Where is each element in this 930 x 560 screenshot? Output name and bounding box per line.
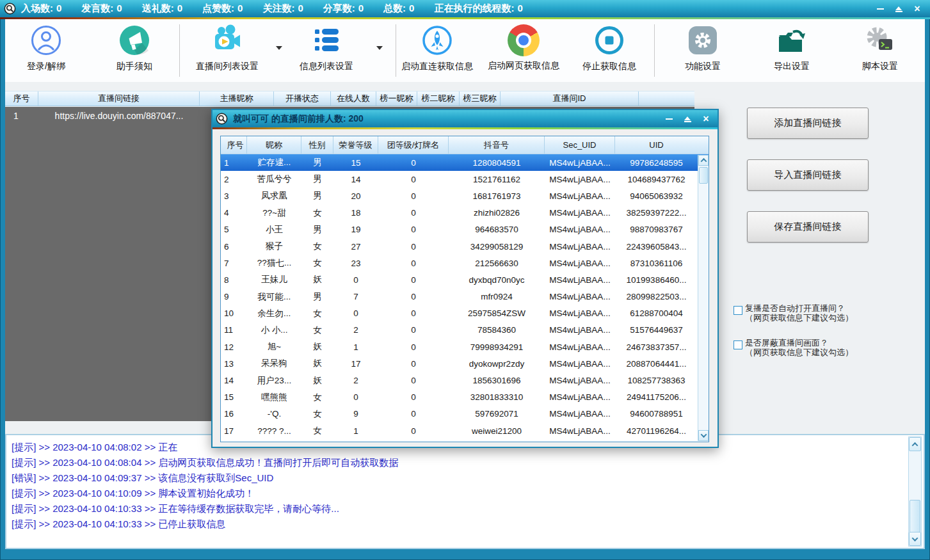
cell-uid: 99786248595 bbox=[615, 158, 698, 168]
header-cell-live-status[interactable]: 开播状态 bbox=[274, 92, 331, 106]
stat-item: 送礼数:0 bbox=[142, 3, 186, 15]
popup-table-row[interactable]: 7 ??猫七... 女 23 0 212566630 MS4wLjABAA...… bbox=[221, 255, 709, 271]
assistant-notice-button[interactable]: 助手须知 bbox=[92, 24, 177, 72]
popup-maximize-button[interactable] bbox=[681, 113, 694, 125]
maximize-button[interactable] bbox=[892, 3, 905, 15]
cell-gender: 女 bbox=[301, 257, 333, 269]
cell-sec-uid: MS4wLjABAA... bbox=[545, 342, 615, 352]
scroll-down-icon[interactable] bbox=[698, 430, 709, 441]
cell-uid: 24941175206... bbox=[615, 392, 698, 402]
popup-table-row[interactable]: 10 余生勿... 女 0 0 25975854ZSW MS4wLjABAA..… bbox=[221, 305, 709, 322]
cell-douyin-id: 34299058129 bbox=[449, 242, 545, 252]
cell-index: 16 bbox=[221, 409, 247, 419]
popup-table-row[interactable]: 16 -'Q. 女 9 0 597692071 MS4wLjABAA... 94… bbox=[221, 406, 709, 422]
info-list-dropdown-arrow-icon[interactable] bbox=[376, 46, 383, 50]
popup-table-row[interactable]: 13 呆呆狗 妖 17 0 dyokowpr2zdy MS4wLjABAA...… bbox=[221, 355, 709, 372]
popup-header-honor-level[interactable]: 荣誉等级 bbox=[333, 136, 378, 154]
checkbox-label-line2: （网页获取信息下建议勾选） bbox=[745, 348, 853, 357]
cell-index: 10 bbox=[221, 308, 247, 318]
popup-header-nickname[interactable]: 昵称 bbox=[247, 136, 301, 154]
room-list-settings-button[interactable]: 直播间列表设置 bbox=[185, 24, 269, 72]
cell-index: 7 bbox=[221, 259, 247, 268]
cell-index: 3 bbox=[221, 191, 247, 201]
side-button-group: 添加直播间链接 导入直播间链接 保存直播间链接 bbox=[747, 108, 869, 243]
popup-header-gender[interactable]: 性别 bbox=[301, 136, 333, 154]
cell-fan-club: 0 bbox=[378, 259, 449, 268]
header-cell-anchor-nickname[interactable]: 主播昵称 bbox=[200, 92, 274, 106]
room-link-action-button[interactable]: 保存直播间链接 bbox=[747, 211, 869, 243]
popup-table-row[interactable]: 12 旭~ 妖 1 0 79998934291 MS4wLjABAA... 24… bbox=[221, 339, 709, 355]
popup-close-button[interactable]: × bbox=[700, 113, 712, 125]
info-list-settings-button[interactable]: 信息列表设置 bbox=[284, 24, 369, 72]
popup-table-row[interactable]: 9 我可能... 男 7 0 mfr0924 MS4wLjABAA... 280… bbox=[221, 289, 709, 305]
popup-header-index[interactable]: 序号 bbox=[221, 136, 247, 154]
popup-table-row[interactable]: 3 凤求凰 男 20 0 1681761973 MS4wLjABAA... 94… bbox=[221, 188, 709, 204]
scroll-up-icon[interactable] bbox=[909, 437, 921, 451]
cell-sec-uid: MS4wLjABAA... bbox=[545, 292, 615, 301]
header-cell-room-id[interactable]: 直播间ID bbox=[501, 92, 639, 106]
popup-table-row[interactable]: 2 苦瓜兮兮 男 14 0 1521761162 MS4wLjABAA... 1… bbox=[221, 171, 709, 188]
script-settings-button[interactable]: 脚本设置 bbox=[838, 24, 922, 72]
cell-nickname: 凤求凰 bbox=[247, 190, 301, 202]
start-direct-capture-button[interactable]: 启动直连获取信息 bbox=[395, 24, 479, 72]
popup-table-row[interactable]: 15 嘿熊熊 女 0 0 32801833310 MS4wLjABAA... 2… bbox=[221, 389, 709, 406]
cell-fan-club: 0 bbox=[378, 359, 449, 369]
cell-douyin-id: 1681761973 bbox=[449, 191, 545, 201]
popup-accent-strip bbox=[212, 127, 718, 129]
popup-table-row[interactable]: 14 用户23... 妖 2 0 1856301696 MS4wLjABAA..… bbox=[221, 372, 709, 388]
header-cell-online-count[interactable]: 在线人数 bbox=[331, 92, 376, 106]
cell-fan-club: 0 bbox=[378, 191, 449, 201]
header-cell-room-link[interactable]: 直播间链接 bbox=[38, 92, 200, 106]
cell-gender: 女 bbox=[301, 308, 333, 319]
popup-minimize-button[interactable] bbox=[662, 113, 675, 125]
popup-table-row[interactable]: 18 小酒... 妖 3 0 ... MS4wLjABAA... ... bbox=[221, 439, 709, 442]
log-scrollbar[interactable] bbox=[908, 436, 922, 547]
cell-honor-level: 7 bbox=[333, 292, 378, 301]
popup-scrollbar[interactable] bbox=[698, 155, 709, 441]
function-settings-button[interactable]: 功能设置 bbox=[661, 24, 745, 72]
cell-uid: 38259397222... bbox=[615, 208, 698, 218]
checkbox-label-line1: 是否屏蔽直播间画面？ bbox=[745, 338, 853, 348]
room-link-action-button[interactable]: 导入直播间链接 bbox=[747, 159, 869, 191]
checkbox[interactable] bbox=[734, 340, 742, 349]
minimize-button[interactable] bbox=[874, 3, 886, 15]
login-unbind-button[interactable]: 登录/解绑 bbox=[4, 24, 88, 72]
popup-header-uid[interactable]: UID bbox=[615, 136, 698, 154]
scrollbar-thumb[interactable] bbox=[699, 167, 708, 184]
header-cell-top2-nickname[interactable]: 榜二昵称 bbox=[417, 92, 460, 106]
popup-table-row[interactable]: 5 小王 男 19 0 964683570 MS4wLjABAA... 9887… bbox=[221, 221, 709, 238]
popup-header-fan-club[interactable]: 团等级/灯牌名 bbox=[378, 136, 449, 154]
cell-douyin-id: dyxbqd70n0yc bbox=[449, 275, 545, 285]
cell-sec-uid: MS4wLjABAA... bbox=[545, 175, 615, 184]
popup-table-row[interactable]: 4 ??~甜 女 18 0 zhizhi02826 MS4wLjABAA... … bbox=[221, 205, 709, 221]
log-line: [提示] >> 2023-04-10 04:10:33 >> 已停止获取信息 bbox=[12, 516, 918, 532]
popup-table-row[interactable]: 1 贮存逮... 男 15 0 1280804591 MS4wLjABAA...… bbox=[221, 154, 709, 171]
room-link-action-button[interactable]: 添加直播间链接 bbox=[747, 108, 869, 139]
header-cell-index[interactable]: 序号 bbox=[5, 92, 38, 106]
scroll-up-icon[interactable] bbox=[698, 155, 709, 166]
header-cell-top3-nickname[interactable]: 榜三昵称 bbox=[460, 92, 501, 106]
rocket-icon bbox=[421, 24, 454, 57]
start-web-capture-button[interactable]: 启动网页获取信息 bbox=[481, 24, 566, 72]
popup-table-body: 1 贮存逮... 男 15 0 1280804591 MS4wLjABAA...… bbox=[221, 154, 709, 442]
header-cell-top1-nickname[interactable]: 榜一昵称 bbox=[376, 92, 417, 106]
popup-table-row[interactable]: 8 王妹儿 妖 0 0 dyxbqd70n0yc MS4wLjABAA... 1… bbox=[221, 271, 709, 288]
popup-header-douyin-id[interactable]: 抖音号 bbox=[449, 136, 545, 154]
cell-sec-uid: MS4wLjABAA... bbox=[545, 208, 615, 218]
export-settings-button[interactable]: 导出设置 bbox=[750, 24, 834, 72]
popup-table-row[interactable]: 17 ???? ?... 女 1 0 weiwei21200 MS4wLjABA… bbox=[221, 422, 709, 439]
cell-honor-level: 20 bbox=[333, 191, 378, 201]
popup-table-row[interactable]: 11 小 小... 女 2 0 78584360 MS4wLjABAA... 5… bbox=[221, 322, 709, 339]
close-button[interactable]: × bbox=[911, 3, 924, 15]
cell-index: 1 bbox=[221, 158, 247, 168]
room-list-dropdown-arrow-icon[interactable] bbox=[276, 46, 282, 50]
stop-capture-button[interactable]: 停止获取信息 bbox=[567, 24, 652, 72]
cell-douyin-id: weiwei21200 bbox=[449, 426, 545, 436]
popup-table-row[interactable]: 6 猴子 女 27 0 34299058129 MS4wLjABAA... 22… bbox=[221, 238, 709, 255]
checkbox[interactable] bbox=[734, 306, 742, 315]
cell-index: 12 bbox=[221, 342, 247, 352]
stat-value: 0 bbox=[237, 3, 243, 13]
cell-index: 15 bbox=[221, 392, 247, 402]
popup-header-sec-uid[interactable]: Sec_UID bbox=[545, 136, 615, 154]
scroll-down-icon[interactable] bbox=[909, 532, 921, 546]
